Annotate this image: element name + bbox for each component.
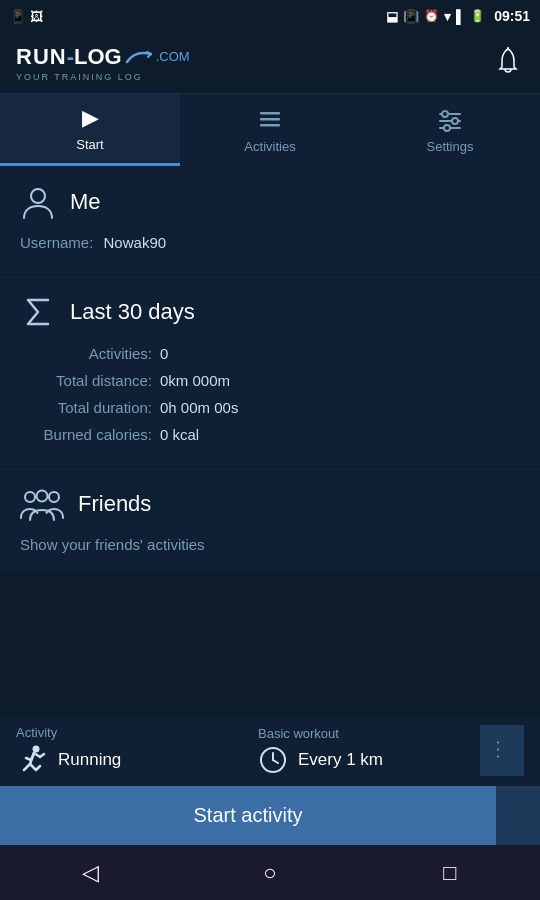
logo-log-text: LOG (74, 44, 122, 70)
back-nav-button[interactable]: ◁ (60, 853, 120, 893)
duration-label: Total duration: (20, 394, 160, 421)
svg-point-12 (49, 492, 59, 502)
me-header: Me (20, 184, 520, 220)
status-bar-right: ⬓ 📳 ⏰ ▾ ▌ 🔋 09:51 (386, 8, 530, 24)
workout-left: Activity Running (16, 725, 238, 776)
calories-value: 0 kcal (160, 421, 199, 448)
activity-section-label: Activity (16, 725, 238, 740)
svg-rect-3 (260, 124, 280, 127)
friends-header: Friends (20, 486, 520, 522)
person-icon (20, 184, 56, 220)
svg-point-11 (25, 492, 35, 502)
svg-point-14 (33, 746, 40, 753)
username-value: Nowak90 (104, 234, 167, 251)
photo-icon: 🖼 (30, 9, 43, 24)
workout-right: Basic workout Every 1 km (258, 726, 480, 775)
settings-tab-label: Settings (427, 139, 474, 154)
calories-label: Burned calories: (20, 421, 160, 448)
recents-icon: □ (443, 860, 456, 886)
me-section: Me Username: Nowak90 (0, 166, 540, 276)
clock-icon (258, 745, 288, 775)
start-activity-button[interactable]: Start activity (0, 786, 496, 845)
back-icon: ◁ (82, 860, 99, 886)
bottom-panel: Activity Running Basic workout (0, 715, 540, 845)
friends-title: Friends (78, 491, 151, 517)
activities-value: 0 (160, 340, 168, 367)
workout-value: Every 1 km (298, 750, 383, 770)
friends-description: Show your friends' activities (20, 532, 520, 553)
sigma-icon (20, 294, 56, 330)
status-bar-left: 📱 🖼 (10, 9, 43, 24)
logo-swoosh-icon (125, 48, 153, 66)
signal-icon: ▌ (456, 9, 465, 24)
runner-icon (16, 744, 48, 776)
more-options-button[interactable]: ... (480, 725, 524, 776)
stat-row-distance: Total distance: 0km 000m (20, 367, 520, 394)
logo-dash-text: - (67, 44, 74, 70)
sim-icon: 📱 (10, 9, 26, 24)
stats-body: Activities: 0 Total distance: 0km 000m T… (20, 340, 520, 448)
start-tab-label: Start (76, 137, 103, 152)
activity-name: Running (58, 750, 121, 770)
stats-header: Last 30 days (20, 294, 520, 330)
distance-value: 0km 000m (160, 367, 230, 394)
me-body: Username: Nowak90 (20, 230, 520, 256)
workout-row: Activity Running Basic workout (0, 715, 540, 786)
svg-point-9 (444, 125, 450, 131)
distance-label: Total distance: (20, 367, 160, 394)
stats-title: Last 30 days (70, 299, 195, 325)
logo-line: RUN - LOG .COM (16, 44, 190, 70)
recents-nav-button[interactable]: □ (420, 853, 480, 893)
vibrate-icon: 📳 (403, 9, 419, 24)
logo-run-text: RUN (16, 44, 67, 70)
svg-point-13 (37, 490, 48, 501)
workout-interval: Every 1 km (258, 745, 480, 775)
svg-point-5 (442, 111, 448, 117)
activities-tab-icon (257, 107, 283, 133)
svg-point-7 (452, 118, 458, 124)
svg-rect-1 (260, 112, 280, 115)
me-title: Me (70, 189, 101, 215)
more-icon: ... (492, 740, 513, 761)
start-row: Start activity (0, 786, 540, 845)
tab-activities[interactable]: Activities (180, 94, 360, 166)
bluetooth-icon: ⬓ (386, 9, 398, 24)
tab-navigation: ▶ Start Activities Settings (0, 94, 540, 166)
friends-section[interactable]: Friends Show your friends' activities (0, 468, 540, 573)
activities-tab-label: Activities (244, 139, 295, 154)
svg-point-10 (31, 189, 45, 203)
bottom-navigation: ◁ ○ □ (0, 845, 540, 900)
svg-rect-2 (260, 118, 280, 121)
duration-value: 0h 00m 00s (160, 394, 238, 421)
logo-subtitle: YOUR TRAINING LOG (16, 72, 190, 82)
settings-tab-icon (437, 107, 463, 133)
time-display: 09:51 (494, 8, 530, 24)
tab-settings[interactable]: Settings (360, 94, 540, 166)
alarm-icon: ⏰ (424, 9, 439, 23)
status-bar: 📱 🖼 ⬓ 📳 ⏰ ▾ ▌ 🔋 09:51 (0, 0, 540, 32)
username-label: Username: (20, 234, 93, 251)
stat-row-duration: Total duration: 0h 00m 00s (20, 394, 520, 421)
battery-icon: 🔋 (470, 9, 485, 23)
activities-label: Activities: (20, 340, 160, 367)
stat-row-calories: Burned calories: 0 kcal (20, 421, 520, 448)
svg-line-17 (273, 760, 278, 763)
bell-icon (492, 45, 524, 77)
bell-button[interactable] (492, 45, 524, 81)
tab-start[interactable]: ▶ Start (0, 94, 180, 166)
activity-display: Running (16, 744, 238, 776)
start-tab-icon: ▶ (82, 105, 99, 131)
home-nav-button[interactable]: ○ (240, 853, 300, 893)
logo: RUN - LOG .COM YOUR TRAINING LOG (16, 44, 190, 82)
logo-com-text: .COM (156, 49, 190, 64)
stat-row-activities: Activities: 0 (20, 340, 520, 367)
top-header: RUN - LOG .COM YOUR TRAINING LOG (0, 32, 540, 94)
workout-section-label: Basic workout (258, 726, 480, 741)
stats-section: Last 30 days Activities: 0 Total distanc… (0, 276, 540, 468)
friends-icon (20, 486, 64, 522)
wifi-icon: ▾ (444, 9, 451, 24)
home-icon: ○ (263, 860, 276, 886)
